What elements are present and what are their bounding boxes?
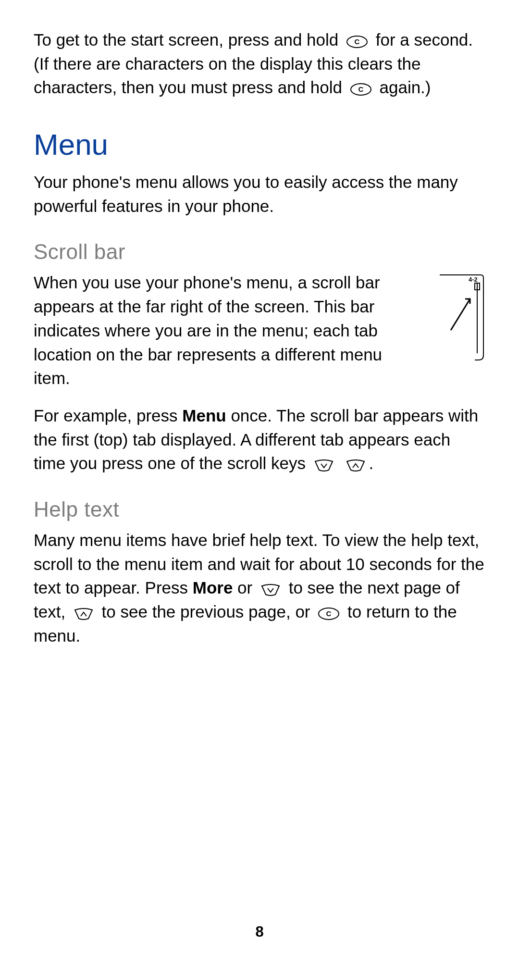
menu-paragraph: Your phone's menu allows you to easily a… (34, 170, 485, 218)
more-bold-label: More (193, 578, 233, 597)
intro-paragraph: To get to the start screen, press and ho… (34, 28, 485, 99)
scroll-up-icon (73, 608, 94, 620)
scrollbar-heading: Scroll bar (34, 240, 485, 264)
manual-page: To get to the start screen, press and ho… (0, 0, 519, 980)
scrollbar-figure: 4-2 (432, 273, 485, 364)
figure-label-text: 4-2 (469, 276, 478, 283)
helptext-heading: Help text (34, 497, 485, 521)
scrollbar-text-c: . (369, 454, 374, 472)
svg-text:C: C (358, 85, 363, 93)
scrollbar-paragraph-1: When you use your phone's menu, a scroll… (34, 271, 418, 390)
svg-text:C: C (326, 609, 332, 618)
help-text-d: to see the previous page, or (102, 602, 315, 621)
menu-bold-label: Menu (182, 406, 226, 425)
scrollbar-paragraph-2: For example, press Menu once. The scroll… (34, 404, 485, 475)
svg-line-6 (451, 299, 470, 330)
scrollbar-text-a: For example, press (34, 406, 182, 425)
helptext-paragraph: Many menu items have brief help text. To… (34, 528, 485, 647)
page-number: 8 (0, 923, 519, 941)
help-text-b: or (233, 578, 257, 597)
intro-text-a: To get to the start screen, press and ho… (34, 30, 343, 49)
c-key-icon: C (346, 35, 368, 49)
scroll-down-icon (313, 459, 334, 472)
c-key-icon: C (318, 607, 340, 620)
scroll-up-icon (345, 459, 366, 472)
scrollbar-row: When you use your phone's menu, a scroll… (34, 271, 485, 403)
scroll-down-icon (260, 584, 281, 596)
svg-text:C: C (355, 37, 360, 46)
c-key-icon: C (350, 83, 372, 96)
menu-heading: Menu (34, 127, 485, 161)
intro-text-c: again.) (379, 78, 431, 97)
